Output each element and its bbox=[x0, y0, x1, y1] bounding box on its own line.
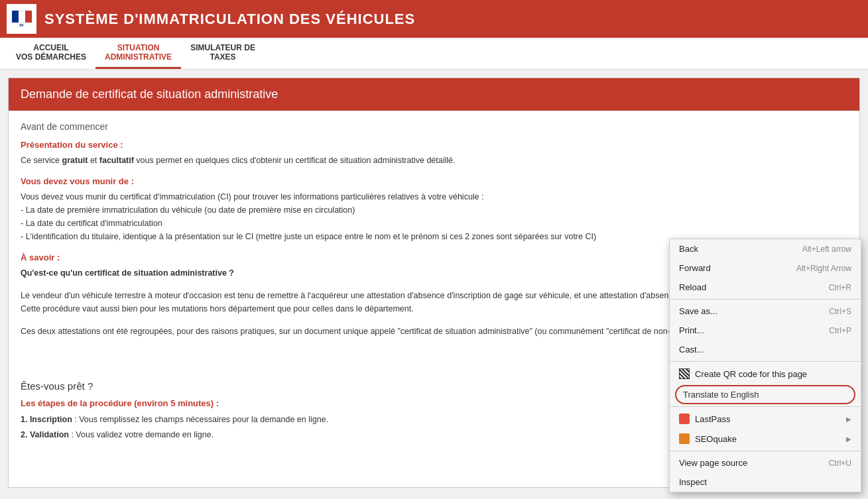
context-menu-sep4 bbox=[670, 451, 861, 451]
nav-item-accueil[interactable]: ACCUEIL VOS DÉMARCHES bbox=[7, 38, 95, 69]
context-menu-cast[interactable]: Cast... bbox=[670, 340, 861, 359]
site-nav: ACCUEIL VOS DÉMARCHES SITUATION ADMINIST… bbox=[0, 38, 868, 70]
seoquake-icon bbox=[679, 433, 690, 444]
nav-item-simulateur[interactable]: SIMULATEUR DE TAXES bbox=[181, 38, 265, 69]
site-header: RF SYSTÈME D'IMMATRICULATION DES VÉHICUL… bbox=[0, 0, 868, 38]
section2-title: Vous devez vous munir de : bbox=[21, 176, 847, 186]
section-avant-heading: Avant de commencer bbox=[21, 121, 847, 132]
context-menu-back[interactable]: Back Alt+Left arrow bbox=[670, 239, 861, 258]
context-menu-qr[interactable]: Create QR code for this page bbox=[670, 364, 861, 384]
context-menu-sep1 bbox=[670, 299, 861, 300]
context-menu-viewsource[interactable]: View page source Ctrl+U bbox=[670, 453, 861, 472]
context-menu-seoquake[interactable]: SEOquake ▶ bbox=[670, 429, 861, 449]
section1-text: Ce service gratuit et facultatif vous pe… bbox=[21, 154, 847, 167]
site-title: SYSTÈME D'IMMATRICULATION DES VÉHICULES bbox=[44, 11, 415, 28]
page-title: Demande de certificat de situation admin… bbox=[9, 78, 859, 111]
context-menu-sep2 bbox=[670, 361, 861, 362]
context-menu-print[interactable]: Print... Ctrl+P bbox=[670, 321, 861, 340]
qr-icon bbox=[679, 368, 690, 379]
section1-title: Présentation du service : bbox=[21, 140, 847, 150]
lastpass-icon bbox=[679, 414, 690, 424]
section2-text: Vous devez vous munir du certificat d'im… bbox=[21, 190, 847, 243]
context-menu: Back Alt+Left arrow Forward Alt+Right Ar… bbox=[669, 239, 861, 492]
context-menu-sep3 bbox=[670, 406, 861, 407]
context-menu-inspect[interactable]: Inspect bbox=[670, 472, 861, 492]
context-menu-forward[interactable]: Forward Alt+Right Arrow bbox=[670, 258, 861, 278]
site-logo: RF bbox=[7, 4, 36, 34]
context-menu-translate[interactable]: Translate to English bbox=[675, 385, 855, 404]
context-menu-lastpass[interactable]: LastPass ▶ bbox=[670, 409, 861, 429]
context-menu-reload[interactable]: Reload Ctrl+R bbox=[670, 278, 861, 297]
context-menu-save[interactable]: Save as... Ctrl+S bbox=[670, 302, 861, 321]
nav-item-situation[interactable]: SITUATION ADMINISTRATIVE bbox=[95, 38, 181, 69]
